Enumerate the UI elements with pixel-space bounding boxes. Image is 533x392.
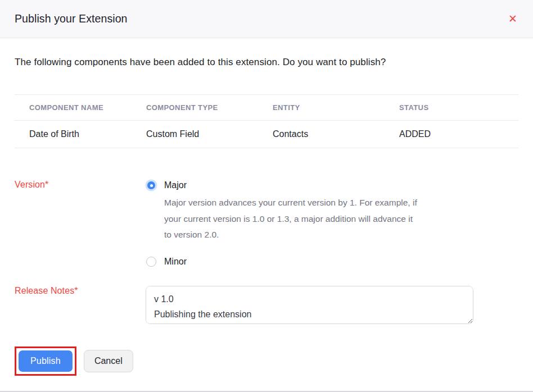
release-notes-label-col: Release Notes* — [15, 286, 146, 296]
radio-major-label: Major — [164, 180, 187, 190]
modal-actions: Publish Cancel — [15, 347, 518, 376]
column-header-entity: ENTITY — [273, 95, 399, 121]
modal-body: The following components have been added… — [0, 57, 533, 376]
version-options: Major Major version advances your curren… — [146, 180, 418, 267]
cell-component-type: Custom Field — [146, 121, 273, 148]
close-icon[interactable]: ✕ — [508, 13, 517, 24]
table-row: Date of Birth Custom Field Contacts ADDE… — [15, 121, 518, 148]
cell-entity: Contacts — [273, 121, 399, 148]
publish-extension-modal: Publish your Extension ✕ The following c… — [0, 0, 533, 392]
version-label-col: Version* — [15, 180, 146, 190]
radio-option-minor[interactable]: Minor — [146, 256, 418, 267]
radio-selected-icon[interactable] — [147, 181, 155, 189]
column-header-component-type: COMPONENT TYPE — [146, 95, 273, 121]
intro-text: The following components have been added… — [15, 57, 518, 68]
radio-option-major[interactable]: Major — [146, 180, 418, 191]
release-notes-label: Release Notes* — [15, 280, 78, 295]
modal-header: Publish your Extension ✕ — [0, 0, 533, 38]
cancel-button[interactable]: Cancel — [84, 350, 133, 372]
major-description: Major version advances your current vers… — [164, 195, 418, 243]
components-table: COMPONENT NAME COMPONENT TYPE ENTITY STA… — [15, 94, 518, 148]
cell-status: ADDED — [399, 121, 518, 148]
radio-minor-label: Minor — [164, 257, 187, 267]
release-notes-input[interactable]: v 1.0 Publishing the extension — [146, 286, 473, 324]
cell-component-name: Date of Birth — [15, 121, 146, 148]
table-header-row: COMPONENT NAME COMPONENT TYPE ENTITY STA… — [15, 95, 518, 121]
annotation-highlight: Publish — [15, 347, 76, 376]
release-notes-field-row: Release Notes* v 1.0 Publishing the exte… — [15, 286, 518, 324]
radio-unselected-icon[interactable] — [146, 257, 156, 267]
column-header-status: STATUS — [399, 95, 518, 121]
column-header-component-name: COMPONENT NAME — [15, 95, 146, 121]
version-field-row: Version* Major Major version advances yo… — [15, 180, 518, 267]
modal-title: Publish your Extension — [15, 12, 128, 25]
publish-button[interactable]: Publish — [19, 350, 73, 372]
version-label: Version* — [15, 179, 48, 189]
